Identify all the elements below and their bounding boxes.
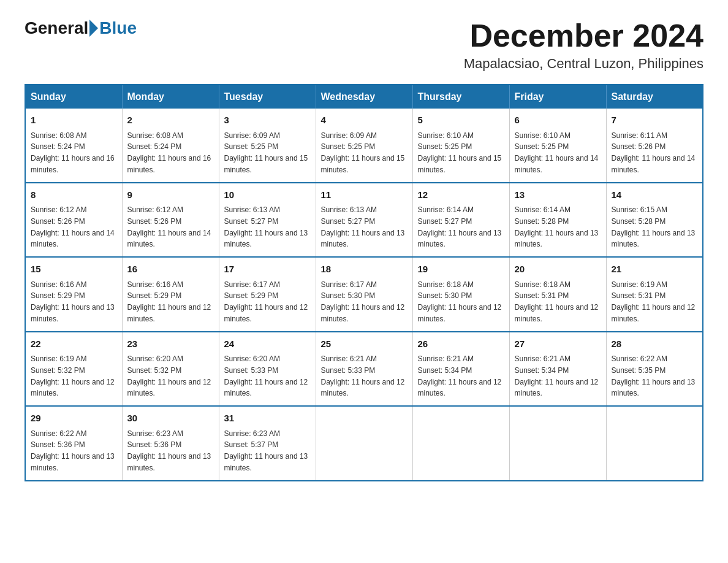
day-info: Sunrise: 6:14 AMSunset: 5:28 PMDaylight:… bbox=[515, 205, 599, 248]
title-area: December 2024 Mapalacsiao, Central Luzon… bbox=[464, 18, 703, 72]
day-number: 3 bbox=[224, 113, 311, 128]
day-number: 1 bbox=[31, 113, 117, 128]
calendar-cell: 29 Sunrise: 6:22 AMSunset: 5:36 PMDaylig… bbox=[25, 406, 122, 481]
calendar-week-5: 29 Sunrise: 6:22 AMSunset: 5:36 PMDaylig… bbox=[25, 406, 703, 481]
calendar-cell: 1 Sunrise: 6:08 AMSunset: 5:24 PMDayligh… bbox=[25, 109, 122, 183]
logo-blue-text: Blue bbox=[99, 18, 137, 38]
day-info: Sunrise: 6:23 AMSunset: 5:37 PMDaylight:… bbox=[224, 429, 308, 472]
day-number: 16 bbox=[127, 262, 214, 277]
calendar-week-3: 15 Sunrise: 6:16 AMSunset: 5:29 PMDaylig… bbox=[25, 257, 703, 332]
calendar-cell: 22 Sunrise: 6:19 AMSunset: 5:32 PMDaylig… bbox=[25, 332, 122, 407]
day-info: Sunrise: 6:22 AMSunset: 5:35 PMDaylight:… bbox=[612, 354, 696, 397]
calendar-cell bbox=[606, 406, 703, 481]
day-info: Sunrise: 6:12 AMSunset: 5:26 PMDaylight:… bbox=[127, 205, 211, 248]
day-info: Sunrise: 6:09 AMSunset: 5:25 PMDaylight:… bbox=[224, 131, 308, 174]
logo-area: General Blue bbox=[25, 18, 137, 38]
day-info: Sunrise: 6:15 AMSunset: 5:28 PMDaylight:… bbox=[612, 205, 696, 248]
calendar-cell: 31 Sunrise: 6:23 AMSunset: 5:37 PMDaylig… bbox=[219, 406, 316, 481]
calendar-cell bbox=[316, 406, 412, 481]
weekday-header-saturday: Saturday bbox=[606, 85, 703, 109]
day-info: Sunrise: 6:19 AMSunset: 5:32 PMDaylight:… bbox=[31, 354, 115, 397]
calendar-cell: 10 Sunrise: 6:13 AMSunset: 5:27 PMDaylig… bbox=[219, 183, 316, 258]
day-info: Sunrise: 6:21 AMSunset: 5:34 PMDaylight:… bbox=[515, 354, 599, 397]
calendar-cell: 4 Sunrise: 6:09 AMSunset: 5:25 PMDayligh… bbox=[316, 109, 412, 183]
day-number: 17 bbox=[224, 262, 311, 277]
calendar-cell: 28 Sunrise: 6:22 AMSunset: 5:35 PMDaylig… bbox=[606, 332, 703, 407]
day-number: 7 bbox=[612, 113, 698, 128]
logo: General Blue bbox=[25, 18, 137, 38]
day-info: Sunrise: 6:19 AMSunset: 5:31 PMDaylight:… bbox=[612, 280, 696, 323]
day-number: 23 bbox=[127, 337, 214, 351]
day-number: 30 bbox=[127, 412, 214, 426]
calendar-cell: 12 Sunrise: 6:14 AMSunset: 5:27 PMDaylig… bbox=[412, 183, 509, 258]
day-info: Sunrise: 6:14 AMSunset: 5:27 PMDaylight:… bbox=[418, 205, 502, 248]
calendar-cell: 5 Sunrise: 6:10 AMSunset: 5:25 PMDayligh… bbox=[412, 109, 509, 183]
calendar-cell: 27 Sunrise: 6:21 AMSunset: 5:34 PMDaylig… bbox=[509, 332, 606, 407]
day-number: 8 bbox=[31, 188, 117, 202]
calendar-week-1: 1 Sunrise: 6:08 AMSunset: 5:24 PMDayligh… bbox=[25, 109, 703, 183]
month-title: December 2024 bbox=[464, 18, 703, 53]
day-number: 22 bbox=[31, 337, 117, 351]
calendar-cell: 25 Sunrise: 6:21 AMSunset: 5:33 PMDaylig… bbox=[316, 332, 412, 407]
logo-arrow-icon bbox=[89, 20, 98, 37]
calendar-cell: 6 Sunrise: 6:10 AMSunset: 5:25 PMDayligh… bbox=[509, 109, 606, 183]
day-info: Sunrise: 6:20 AMSunset: 5:33 PMDaylight:… bbox=[224, 354, 308, 397]
calendar-cell: 14 Sunrise: 6:15 AMSunset: 5:28 PMDaylig… bbox=[606, 183, 703, 258]
calendar-cell: 30 Sunrise: 6:23 AMSunset: 5:36 PMDaylig… bbox=[122, 406, 219, 481]
weekday-header-wednesday: Wednesday bbox=[316, 85, 412, 109]
day-number: 26 bbox=[418, 337, 504, 351]
calendar-cell: 13 Sunrise: 6:14 AMSunset: 5:28 PMDaylig… bbox=[509, 183, 606, 258]
weekday-header-thursday: Thursday bbox=[412, 85, 509, 109]
day-info: Sunrise: 6:18 AMSunset: 5:30 PMDaylight:… bbox=[418, 280, 502, 323]
day-number: 20 bbox=[515, 262, 601, 277]
day-info: Sunrise: 6:16 AMSunset: 5:29 PMDaylight:… bbox=[127, 280, 211, 323]
calendar-cell: 17 Sunrise: 6:17 AMSunset: 5:29 PMDaylig… bbox=[219, 257, 316, 332]
calendar-cell: 16 Sunrise: 6:16 AMSunset: 5:29 PMDaylig… bbox=[122, 257, 219, 332]
day-info: Sunrise: 6:21 AMSunset: 5:33 PMDaylight:… bbox=[321, 354, 405, 397]
day-info: Sunrise: 6:09 AMSunset: 5:25 PMDaylight:… bbox=[321, 131, 405, 174]
day-number: 25 bbox=[321, 337, 408, 351]
calendar-week-2: 8 Sunrise: 6:12 AMSunset: 5:26 PMDayligh… bbox=[25, 183, 703, 258]
day-number: 21 bbox=[612, 262, 698, 277]
calendar-cell: 3 Sunrise: 6:09 AMSunset: 5:25 PMDayligh… bbox=[219, 109, 316, 183]
day-number: 19 bbox=[418, 262, 504, 277]
calendar-cell: 20 Sunrise: 6:18 AMSunset: 5:31 PMDaylig… bbox=[509, 257, 606, 332]
calendar-cell: 23 Sunrise: 6:20 AMSunset: 5:32 PMDaylig… bbox=[122, 332, 219, 407]
day-number: 24 bbox=[224, 337, 311, 351]
location-subtitle: Mapalacsiao, Central Luzon, Philippines bbox=[464, 56, 703, 72]
logo-general-text: General bbox=[25, 18, 88, 38]
calendar-cell bbox=[412, 406, 509, 481]
calendar-cell: 11 Sunrise: 6:13 AMSunset: 5:27 PMDaylig… bbox=[316, 183, 412, 258]
weekday-header-sunday: Sunday bbox=[25, 85, 122, 109]
day-info: Sunrise: 6:17 AMSunset: 5:30 PMDaylight:… bbox=[321, 280, 405, 323]
calendar-cell: 9 Sunrise: 6:12 AMSunset: 5:26 PMDayligh… bbox=[122, 183, 219, 258]
day-number: 2 bbox=[127, 113, 214, 128]
day-number: 6 bbox=[515, 113, 601, 128]
day-number: 28 bbox=[612, 337, 698, 351]
day-info: Sunrise: 6:16 AMSunset: 5:29 PMDaylight:… bbox=[31, 280, 115, 323]
day-number: 13 bbox=[515, 188, 601, 202]
day-info: Sunrise: 6:13 AMSunset: 5:27 PMDaylight:… bbox=[321, 205, 405, 248]
day-info: Sunrise: 6:11 AMSunset: 5:26 PMDaylight:… bbox=[612, 131, 696, 174]
calendar-cell: 15 Sunrise: 6:16 AMSunset: 5:29 PMDaylig… bbox=[25, 257, 122, 332]
day-number: 14 bbox=[612, 188, 698, 202]
calendar-cell: 2 Sunrise: 6:08 AMSunset: 5:24 PMDayligh… bbox=[122, 109, 219, 183]
day-info: Sunrise: 6:12 AMSunset: 5:26 PMDaylight:… bbox=[31, 205, 115, 248]
calendar-table: SundayMondayTuesdayWednesdayThursdayFrid… bbox=[25, 84, 703, 481]
calendar-week-4: 22 Sunrise: 6:19 AMSunset: 5:32 PMDaylig… bbox=[25, 332, 703, 407]
weekday-header-monday: Monday bbox=[122, 85, 219, 109]
page-header: General Blue December 2024 Mapalacsiao, … bbox=[25, 18, 703, 72]
day-info: Sunrise: 6:17 AMSunset: 5:29 PMDaylight:… bbox=[224, 280, 308, 323]
day-info: Sunrise: 6:22 AMSunset: 5:36 PMDaylight:… bbox=[31, 429, 115, 472]
day-info: Sunrise: 6:23 AMSunset: 5:36 PMDaylight:… bbox=[127, 429, 211, 472]
day-info: Sunrise: 6:20 AMSunset: 5:32 PMDaylight:… bbox=[127, 354, 211, 397]
day-info: Sunrise: 6:08 AMSunset: 5:24 PMDaylight:… bbox=[127, 131, 211, 174]
day-number: 12 bbox=[418, 188, 504, 202]
day-number: 31 bbox=[224, 412, 311, 426]
calendar-cell: 26 Sunrise: 6:21 AMSunset: 5:34 PMDaylig… bbox=[412, 332, 509, 407]
day-number: 15 bbox=[31, 262, 117, 277]
weekday-header-row: SundayMondayTuesdayWednesdayThursdayFrid… bbox=[25, 85, 703, 109]
day-info: Sunrise: 6:13 AMSunset: 5:27 PMDaylight:… bbox=[224, 205, 308, 248]
day-number: 27 bbox=[515, 337, 601, 351]
day-number: 4 bbox=[321, 113, 408, 128]
